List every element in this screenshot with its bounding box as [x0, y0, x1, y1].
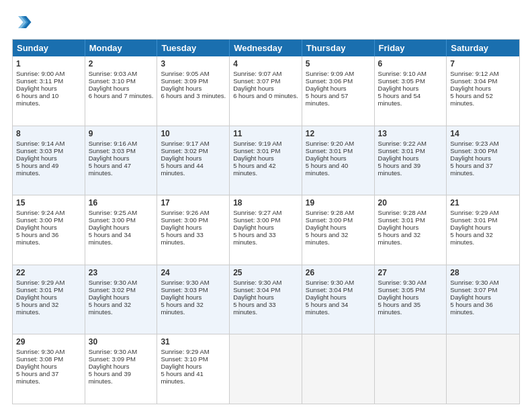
logo — [12, 12, 35, 32]
sunset: Sunset: 3:04 PM — [233, 286, 280, 293]
daylight-duration: 5 hours and 35 minutes. — [378, 301, 420, 316]
sunset: Sunset: 3:01 PM — [16, 286, 63, 293]
day-number: 13 — [378, 129, 443, 138]
daylight-duration: 5 hours and 44 minutes. — [161, 162, 203, 177]
day-number: 1 — [16, 59, 81, 68]
sunset: Sunset: 3:04 PM — [450, 77, 497, 85]
sunset: Sunset: 3:07 PM — [233, 77, 280, 85]
calendar-cell: 8 Sunrise: 9:14 AM Sunset: 3:03 PM Dayli… — [13, 126, 85, 195]
day-number: 21 — [450, 198, 516, 208]
daylight-duration: 6 hours and 0 minutes. — [233, 92, 298, 99]
calendar-cell: 12 Sunrise: 9:20 AM Sunset: 3:01 PM Dayl… — [302, 126, 375, 195]
sunset: Sunset: 3:01 PM — [378, 147, 425, 154]
calendar-cell: 1 Sunrise: 9:00 AM Sunset: 3:11 PM Dayli… — [13, 56, 85, 126]
sunrise: Sunrise: 9:03 AM — [89, 70, 137, 77]
daylight-duration: 5 hours and 52 minutes. — [450, 92, 492, 107]
daylight-duration: 5 hours and 39 minutes. — [89, 370, 131, 385]
daylight-duration: 5 hours and 32 minutes. — [378, 231, 420, 246]
day-number: 12 — [306, 129, 371, 138]
daylight-duration: 5 hours and 32 minutes. — [306, 231, 348, 246]
calendar-cell: 25 Sunrise: 9:30 AM Sunset: 3:04 PM Dayl… — [230, 265, 302, 334]
day-number: 15 — [16, 198, 81, 208]
calendar-cell: 27 Sunrise: 9:30 AM Sunset: 3:05 PM Dayl… — [375, 265, 447, 334]
daylight: Daylight hours — [161, 85, 202, 92]
sunrise: Sunrise: 9:23 AM — [450, 140, 498, 147]
calendar-cell — [302, 334, 375, 404]
daylight-duration: 5 hours and 33 minutes. — [233, 231, 275, 246]
daylight: Daylight hours — [378, 154, 419, 162]
sunset: Sunset: 3:03 PM — [16, 147, 63, 154]
calendar-cell: 21 Sunrise: 9:29 AM Sunset: 3:01 PM Dayl… — [447, 195, 519, 265]
daylight: Daylight hours — [16, 224, 57, 231]
calendar-cell: 4 Sunrise: 9:07 AM Sunset: 3:07 PM Dayli… — [230, 56, 302, 126]
day-number: 30 — [89, 337, 154, 347]
calendar-cell: 2 Sunrise: 9:03 AM Sunset: 3:10 PM Dayli… — [85, 56, 158, 126]
daylight: Daylight hours — [306, 154, 347, 162]
daylight: Daylight hours — [378, 224, 419, 231]
sunrise: Sunrise: 9:30 AM — [450, 279, 498, 286]
daylight: Daylight hours — [16, 154, 57, 162]
calendar-cell: 14 Sunrise: 9:23 AM Sunset: 3:00 PM Dayl… — [447, 126, 519, 195]
day-number: 26 — [306, 268, 371, 277]
calendar-body: 1 Sunrise: 9:00 AM Sunset: 3:11 PM Dayli… — [13, 56, 519, 404]
day-number: 10 — [161, 129, 226, 138]
calendar-cell: 11 Sunrise: 9:19 AM Sunset: 3:01 PM Dayl… — [230, 126, 302, 195]
day-number: 25 — [233, 268, 298, 277]
calendar-row: 8 Sunrise: 9:14 AM Sunset: 3:03 PM Dayli… — [13, 126, 519, 196]
calendar-cell: 10 Sunrise: 9:17 AM Sunset: 3:02 PM Dayl… — [157, 126, 230, 195]
weekday-header: Saturday — [447, 40, 519, 56]
daylight: Daylight hours — [306, 224, 347, 231]
day-number: 27 — [378, 268, 443, 277]
day-number: 2 — [89, 59, 154, 68]
sunset: Sunset: 3:00 PM — [450, 147, 497, 154]
daylight: Daylight hours — [161, 154, 202, 162]
calendar-cell: 26 Sunrise: 9:30 AM Sunset: 3:04 PM Dayl… — [302, 265, 375, 334]
day-number: 20 — [378, 198, 443, 208]
daylight-duration: 5 hours and 34 minutes. — [306, 301, 348, 316]
calendar-cell: 15 Sunrise: 9:24 AM Sunset: 3:00 PM Dayl… — [13, 195, 85, 265]
sunrise: Sunrise: 9:29 AM — [450, 209, 498, 216]
day-number: 31 — [161, 337, 226, 347]
weekday-header: Monday — [85, 40, 158, 56]
sunset: Sunset: 3:03 PM — [161, 286, 208, 293]
weekday-header: Wednesday — [230, 40, 302, 56]
sunset: Sunset: 3:01 PM — [306, 147, 353, 154]
weekday-header: Thursday — [302, 40, 375, 56]
daylight-duration: 5 hours and 39 minutes. — [378, 162, 420, 177]
calendar-cell: 22 Sunrise: 9:29 AM Sunset: 3:01 PM Dayl… — [13, 265, 85, 334]
daylight: Daylight hours — [161, 293, 202, 301]
day-number: 14 — [450, 129, 516, 138]
daylight-duration: 5 hours and 40 minutes. — [306, 162, 348, 177]
sunrise: Sunrise: 9:17 AM — [161, 140, 209, 147]
sunset: Sunset: 3:00 PM — [306, 216, 353, 224]
daylight-duration: 6 hours and 7 minutes. — [89, 92, 154, 99]
daylight-duration: 5 hours and 54 minutes. — [378, 92, 420, 107]
sunrise: Sunrise: 9:14 AM — [16, 140, 64, 147]
calendar-row: 1 Sunrise: 9:00 AM Sunset: 3:11 PM Dayli… — [13, 56, 519, 126]
sunset: Sunset: 3:02 PM — [161, 147, 208, 154]
daylight: Daylight hours — [89, 85, 130, 92]
sunset: Sunset: 3:09 PM — [89, 355, 136, 363]
sunrise: Sunrise: 9:10 AM — [378, 70, 427, 77]
page: SundayMondayTuesdayWednesdayThursdayFrid… — [0, 0, 532, 411]
day-number: 17 — [161, 198, 226, 208]
sunrise: Sunrise: 9:28 AM — [378, 209, 427, 216]
daylight: Daylight hours — [89, 363, 130, 370]
calendar-cell: 29 Sunrise: 9:30 AM Sunset: 3:08 PM Dayl… — [13, 334, 85, 404]
day-number: 9 — [89, 129, 154, 138]
sunrise: Sunrise: 9:05 AM — [161, 70, 209, 77]
sunrise: Sunrise: 9:09 AM — [306, 70, 354, 77]
sunset: Sunset: 3:00 PM — [161, 216, 208, 224]
sunrise: Sunrise: 9:30 AM — [378, 279, 427, 286]
daylight-duration: 5 hours and 47 minutes. — [89, 162, 131, 177]
daylight-duration: 5 hours and 33 minutes. — [233, 301, 275, 316]
sunrise: Sunrise: 9:30 AM — [89, 348, 137, 355]
daylight: Daylight hours — [306, 293, 347, 301]
day-number: 3 — [161, 59, 226, 68]
daylight-duration: 5 hours and 42 minutes. — [233, 162, 275, 177]
calendar-cell: 9 Sunrise: 9:16 AM Sunset: 3:03 PM Dayli… — [85, 126, 158, 195]
calendar-row: 15 Sunrise: 9:24 AM Sunset: 3:00 PM Dayl… — [13, 195, 519, 265]
sunrise: Sunrise: 9:12 AM — [450, 70, 498, 77]
sunrise: Sunrise: 9:22 AM — [378, 140, 427, 147]
weekday-header: Sunday — [13, 40, 85, 56]
